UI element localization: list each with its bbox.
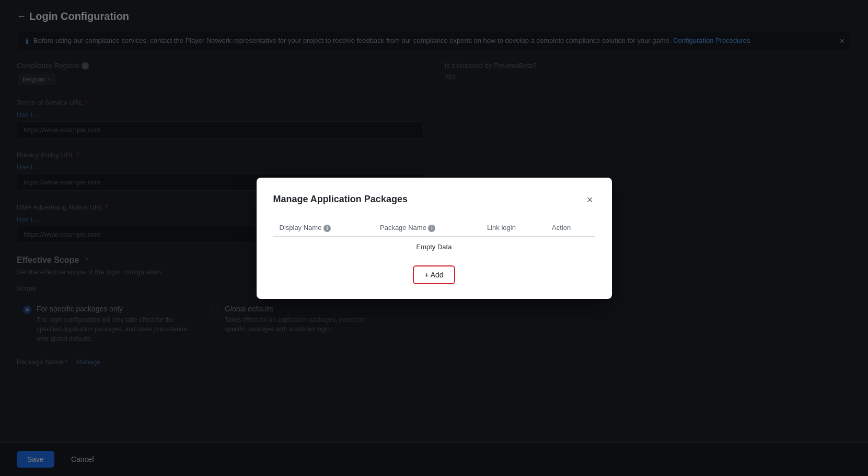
- modal-title: Manage Application Packages: [273, 194, 408, 205]
- add-button[interactable]: + Add: [413, 265, 455, 284]
- empty-data-row: Empty Data: [273, 236, 595, 257]
- empty-data-text: Empty Data: [273, 236, 595, 257]
- display-name-info-icon[interactable]: i: [323, 225, 331, 232]
- table-header-row: Display Name i Package Name i Link login…: [273, 219, 595, 237]
- modal-header: Manage Application Packages ×: [273, 192, 595, 207]
- package-name-info-icon[interactable]: i: [428, 225, 435, 232]
- packages-table: Display Name i Package Name i Link login…: [273, 219, 595, 257]
- col-link-login: Link login: [481, 219, 546, 237]
- manage-packages-modal: Manage Application Packages × Display Na…: [257, 178, 612, 299]
- modal-overlay: Manage Application Packages × Display Na…: [0, 0, 868, 476]
- modal-close-button[interactable]: ×: [585, 192, 595, 207]
- col-action: Action: [546, 219, 595, 237]
- col-display-name: Display Name i: [273, 219, 374, 237]
- col-package-name: Package Name i: [374, 219, 481, 237]
